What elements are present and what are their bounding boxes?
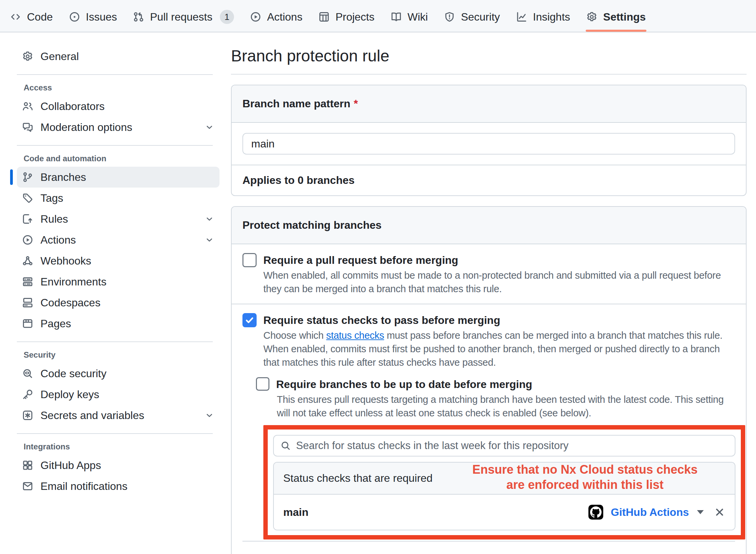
sidebar-item-moderation-options[interactable]: Moderation options <box>17 117 220 138</box>
sidebar-item-code-security[interactable]: Code security <box>17 363 220 384</box>
sidebar-item-github-apps[interactable]: GitHub Apps <box>17 455 220 476</box>
sidebar-item-webhooks[interactable]: Webhooks <box>17 250 220 271</box>
sidebar-section-access: Access <box>24 83 220 92</box>
apps-icon <box>22 460 33 471</box>
tab-label: Code <box>27 11 53 23</box>
require-status-checks-checkbox[interactable] <box>242 313 257 327</box>
sidebar-divider <box>17 433 213 434</box>
sidebar-divider <box>17 145 213 146</box>
asterisk-box-icon <box>22 410 33 421</box>
sidebar-item-actions[interactable]: Actions <box>17 229 220 250</box>
sidebar-item-label: Actions <box>40 234 76 246</box>
sidebar-item-label: Branches <box>40 171 86 184</box>
checkmark-icon <box>244 315 255 325</box>
status-checks-link[interactable]: status checks <box>326 330 384 341</box>
sidebar-item-general[interactable]: General <box>17 46 220 67</box>
sidebar-item-environments[interactable]: Environments <box>17 271 220 292</box>
require-up-to-date-checkbox[interactable] <box>256 377 269 391</box>
webhook-icon <box>22 255 33 266</box>
sidebar-item-label: Webhooks <box>40 255 91 267</box>
shield-icon <box>444 11 455 22</box>
tab-pull-requests[interactable]: Pull requests 1 <box>125 2 242 32</box>
sidebar-item-label: Deploy keys <box>40 388 99 401</box>
github-actions-app-link[interactable]: GitHub Actions <box>611 506 689 519</box>
gear-icon <box>586 11 597 22</box>
tab-label: Insights <box>533 11 570 23</box>
protect-matching-branches-header: Protect matching branches <box>232 207 746 244</box>
server-icon <box>22 276 33 287</box>
require-pull-request-checkbox[interactable] <box>242 253 257 267</box>
tab-label: Actions <box>267 11 302 23</box>
sidebar-item-collaborators[interactable]: Collaborators <box>17 96 220 117</box>
sidebar-section-code-and-automation: Code and automation <box>24 154 220 163</box>
sidebar-item-codespaces[interactable]: Codespaces <box>17 292 220 313</box>
sidebar-item-label: General <box>40 50 79 63</box>
tab-label: Projects <box>336 11 375 23</box>
require-status-checks-row: Require status checks to pass before mer… <box>232 304 746 554</box>
status-check-row: main GitHub Actions <box>274 495 735 530</box>
repo-tab-bar: Code Issues Pull requests 1 Actions Proj… <box>0 0 756 32</box>
require-up-to-date-description: This ensures pull requests targeting a m… <box>277 393 735 420</box>
branch-name-pattern-row <box>232 123 746 165</box>
sidebar-item-deploy-keys[interactable]: Deploy keys <box>17 384 220 405</box>
branch-name-pattern-input[interactable] <box>242 133 735 155</box>
status-checks-highlight-box: Status checks that are required Ensure t… <box>263 425 745 539</box>
status-check-name: main <box>283 506 309 519</box>
tab-code[interactable]: Code <box>2 2 61 32</box>
octocat-icon <box>590 506 602 518</box>
caret-down-icon[interactable] <box>697 510 704 514</box>
sidebar-item-label: Code security <box>40 367 107 380</box>
sidebar-item-label: Environments <box>40 276 107 288</box>
branch-name-pattern-label: Branch name pattern <box>242 98 350 110</box>
git-branch-icon <box>22 172 33 183</box>
tab-wiki[interactable]: Wiki <box>383 2 436 32</box>
code-icon <box>10 11 21 22</box>
require-status-checks-label: Require status checks to pass before mer… <box>263 313 500 327</box>
page-title: Branch protection rule <box>231 47 747 65</box>
sidebar-item-label: Rules <box>40 213 68 225</box>
sidebar-item-pages[interactable]: Pages <box>17 313 220 334</box>
sidebar-item-email-notifications[interactable]: Email notifications <box>17 476 220 497</box>
sidebar-item-branches[interactable]: Branches <box>17 167 220 188</box>
tab-label: Security <box>461 11 500 23</box>
sidebar-section-security: Security <box>24 350 220 360</box>
sidebar-section-integrations: Integrations <box>24 442 220 451</box>
sidebar-item-tags[interactable]: Tags <box>17 188 220 209</box>
tab-actions[interactable]: Actions <box>242 2 311 32</box>
remove-status-check-button[interactable] <box>714 506 725 518</box>
tab-insights[interactable]: Insights <box>508 2 578 32</box>
branch-protection-main: Branch protection rule Branch name patte… <box>231 32 756 554</box>
tab-settings[interactable]: Settings <box>578 2 654 32</box>
sidebar-divider <box>17 74 213 75</box>
sidebar-item-rules[interactable]: Rules <box>17 209 220 229</box>
tab-security[interactable]: Security <box>436 2 508 32</box>
play-icon <box>22 234 33 245</box>
require-pull-request-row: Require a pull request before merging Wh… <box>232 244 746 304</box>
codespaces-icon <box>22 297 33 308</box>
tab-label: Pull requests <box>150 11 212 23</box>
list-header-label: Status checks that are required <box>283 472 433 484</box>
tab-label: Issues <box>86 11 117 23</box>
sidebar-item-label: Pages <box>40 317 71 330</box>
play-icon <box>250 11 261 22</box>
annotation-line-2: are enforced within this list <box>440 477 730 492</box>
annotation-line-1: Ensure that no Nx Cloud status checks <box>440 462 730 477</box>
sidebar-item-label: Codespaces <box>40 297 100 309</box>
table-icon <box>319 11 329 22</box>
require-pull-request-description: When enabled, all commits must be made t… <box>263 269 735 296</box>
tab-issues[interactable]: Issues <box>61 2 125 32</box>
rules-icon <box>22 214 33 224</box>
sidebar-item-secrets-and-variables[interactable]: Secrets and variables <box>17 405 220 426</box>
nx-cloud-annotation: Ensure that no Nx Cloud status checks ar… <box>440 462 730 492</box>
codescan-icon <box>22 368 33 379</box>
sidebar-item-label: Email notifications <box>40 480 127 493</box>
branch-name-pattern-card: Branch name pattern* Applies to 0 branch… <box>231 85 747 196</box>
title-divider <box>231 74 747 75</box>
require-up-to-date-label: Require branches to be up to date before… <box>276 377 532 391</box>
browser-icon <box>22 318 33 329</box>
github-actions-avatar <box>588 505 603 520</box>
status-checks-search-input[interactable] <box>296 440 728 452</box>
next-row-divider <box>242 541 735 554</box>
tab-projects[interactable]: Projects <box>311 2 383 32</box>
branch-name-pattern-header: Branch name pattern* <box>232 85 746 123</box>
